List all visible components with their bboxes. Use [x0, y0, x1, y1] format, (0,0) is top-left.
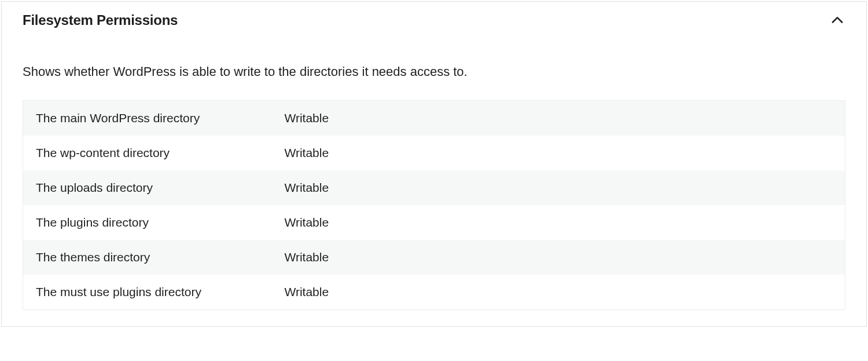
filesystem-permissions-panel: Filesystem Permissions Shows whether Wor… [1, 1, 867, 327]
table-row: The themes directory Writable [23, 240, 845, 275]
panel-body: Shows whether WordPress is able to write… [2, 28, 866, 326]
permission-value: Writable [272, 100, 845, 136]
directory-label: The wp-content directory [23, 136, 272, 170]
table-row: The must use plugins directory Writable [23, 275, 845, 310]
panel-description: Shows whether WordPress is able to write… [23, 63, 845, 81]
table-row: The main WordPress directory Writable [23, 100, 845, 136]
permission-value: Writable [272, 205, 845, 240]
permission-value: Writable [272, 240, 845, 275]
directory-label: The uploads directory [23, 170, 272, 205]
table-row: The uploads directory Writable [23, 170, 845, 205]
chevron-up-icon [829, 12, 845, 28]
directory-label: The plugins directory [23, 205, 272, 240]
table-row: The plugins directory Writable [23, 205, 845, 240]
directory-label: The themes directory [23, 240, 272, 275]
panel-header[interactable]: Filesystem Permissions [2, 2, 866, 28]
directory-label: The must use plugins directory [23, 275, 272, 310]
permission-value: Writable [272, 136, 845, 170]
permission-value: Writable [272, 275, 845, 310]
table-row: The wp-content directory Writable [23, 136, 845, 170]
directory-label: The main WordPress directory [23, 100, 272, 136]
panel-title: Filesystem Permissions [23, 12, 178, 28]
permission-value: Writable [272, 170, 845, 205]
permissions-table: The main WordPress directory Writable Th… [23, 100, 845, 310]
